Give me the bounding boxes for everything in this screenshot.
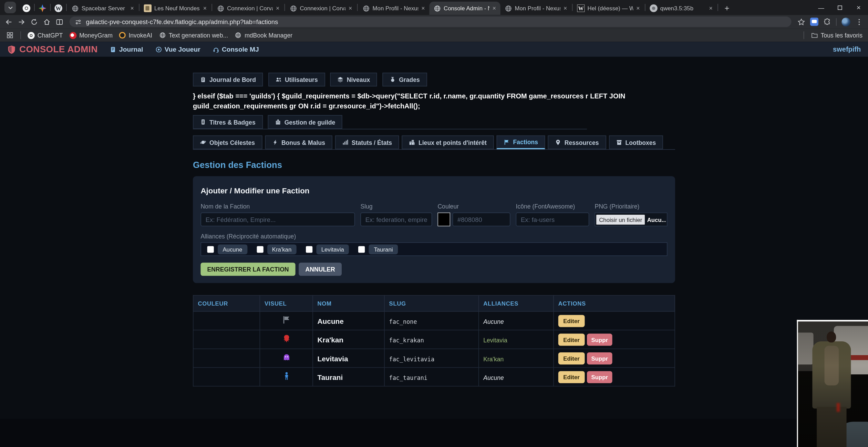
tab-separator bbox=[572, 4, 573, 11]
tab-utilisateurs[interactable]: Utilisateurs bbox=[268, 73, 325, 86]
tab-statuts-etats[interactable]: Statuts / États bbox=[335, 136, 399, 149]
tab-ressources[interactable]: Ressources bbox=[548, 136, 606, 149]
username: swefpifh bbox=[833, 45, 861, 53]
all-favorites-label: Tous les favoris bbox=[821, 32, 862, 39]
bookmark-item[interactable]: ChatGPT bbox=[28, 32, 63, 39]
tab-close-icon[interactable]: × bbox=[348, 5, 353, 11]
new-tab-button[interactable]: + bbox=[721, 2, 733, 14]
tab-close-icon[interactable]: × bbox=[275, 5, 280, 11]
close-button[interactable]: × bbox=[849, 0, 868, 15]
browser-tab[interactable]: Mon Profil - Nexus × bbox=[358, 2, 429, 15]
file-input[interactable]: Choisir un fichier Aucu...hoisi bbox=[595, 213, 667, 226]
field-couleur: Couleur bbox=[437, 203, 510, 226]
alliance-pill: Kra'kan bbox=[267, 244, 296, 254]
bookmark-item[interactable]: Text generation web... bbox=[159, 32, 228, 39]
browser-tab[interactable]: W Hel (déesse) — Wikipédia × bbox=[573, 2, 644, 15]
faction-name-input[interactable] bbox=[200, 213, 355, 226]
kraken-icon bbox=[282, 335, 291, 344]
save-faction-button[interactable]: ENREGISTRER LA FACTION bbox=[200, 263, 295, 276]
alliance-pill: Aucune bbox=[218, 244, 247, 254]
edit-button[interactable]: Editer bbox=[558, 371, 585, 383]
tab-close-icon[interactable]: × bbox=[421, 5, 426, 11]
tab-close-icon[interactable]: × bbox=[709, 5, 713, 11]
tab-close-icon[interactable]: × bbox=[130, 5, 135, 11]
bookmark-star-button[interactable] bbox=[797, 18, 805, 25]
profile-avatar[interactable] bbox=[841, 17, 850, 26]
slug-input[interactable] bbox=[360, 213, 432, 226]
tab-grades[interactable]: Grades bbox=[382, 73, 427, 86]
checkbox-aucune[interactable] bbox=[207, 246, 214, 253]
tab-close-icon[interactable]: × bbox=[203, 5, 207, 11]
split-screen-button[interactable] bbox=[56, 18, 63, 25]
delete-button[interactable]: Suppr bbox=[587, 371, 612, 383]
nav-link-journal[interactable]: Journal bbox=[110, 45, 143, 53]
pip-art bbox=[798, 321, 868, 447]
cancel-button[interactable]: ANNULER bbox=[299, 263, 341, 276]
edit-button[interactable]: Editer bbox=[558, 315, 585, 327]
hex-color-input[interactable] bbox=[453, 213, 510, 226]
home-button[interactable] bbox=[43, 18, 51, 25]
address-bar[interactable]: galactic-pve-conquest-c7fe.dev.flatlogic… bbox=[70, 17, 792, 27]
wikipedia-favicon: W bbox=[577, 4, 585, 12]
alliances-box: Aucune Kra'kan Levitavia Taurani bbox=[200, 242, 667, 256]
delete-button[interactable]: Suppr bbox=[587, 352, 612, 364]
all-favorites-button[interactable]: Tous les favoris bbox=[811, 32, 862, 39]
tab-objets-celestes[interactable]: Objets Célestes bbox=[193, 136, 262, 149]
pip-video[interactable] bbox=[797, 320, 868, 447]
field-icone: Icône (FontAwesome) bbox=[516, 203, 589, 226]
browser-tab[interactable]: Les Neuf Mondes de la Mythol... × bbox=[140, 2, 211, 15]
bookmark-item[interactable]: InvokeAI bbox=[119, 32, 152, 39]
tab-bonus-malus[interactable]: Bonus & Malus bbox=[265, 136, 332, 149]
nav-link-console-mj[interactable]: Console MJ bbox=[213, 45, 259, 53]
choose-file-button[interactable]: Choisir un fichier bbox=[596, 215, 645, 225]
fontawesome-icon-input[interactable] bbox=[516, 213, 589, 226]
browser-tab[interactable]: Connexion | Corvara × bbox=[286, 2, 356, 15]
headset-icon bbox=[213, 46, 219, 53]
delete-button[interactable]: Suppr bbox=[587, 333, 612, 345]
browser-tab[interactable]: Connexion | Corvara × bbox=[213, 2, 284, 15]
browser-tab[interactable]: qwen3.5:35b × bbox=[646, 2, 717, 15]
maximize-button[interactable] bbox=[830, 0, 849, 15]
browser-tab[interactable]: Mon Profil - Nexus × bbox=[500, 2, 571, 15]
globe-favicon bbox=[217, 4, 224, 12]
site-info-icon[interactable] bbox=[75, 19, 82, 25]
checkbox-krakan[interactable] bbox=[257, 246, 263, 253]
forward-button[interactable] bbox=[18, 18, 25, 25]
column-header: ACTIONS bbox=[554, 296, 675, 311]
back-button[interactable] bbox=[5, 18, 12, 25]
tab-factions-active[interactable]: Factions bbox=[497, 136, 545, 149]
refresh-button[interactable] bbox=[30, 18, 38, 25]
tab-close-icon[interactable]: × bbox=[492, 5, 497, 11]
checkbox-taurani[interactable] bbox=[359, 246, 365, 253]
tab-gestion-de-guilde[interactable]: Gestion de guilde bbox=[268, 115, 342, 129]
browser-tab[interactable]: Spacebar Server × bbox=[67, 2, 138, 15]
tab-close-icon[interactable]: × bbox=[563, 5, 568, 11]
field-png: PNG (Prioritaire) Choisir un fichier Auc… bbox=[595, 203, 667, 226]
nav-link-vue-joueur[interactable]: Vue Joueur bbox=[155, 45, 200, 53]
browser-tab-active[interactable]: Console Admin - Nexus × bbox=[429, 2, 500, 15]
bookmark-item[interactable]: MoneyGram bbox=[69, 32, 113, 39]
tab-niveaux[interactable]: Niveaux bbox=[330, 73, 377, 86]
tab-search-button[interactable] bbox=[4, 2, 16, 13]
edit-button[interactable]: Editer bbox=[558, 352, 585, 364]
php-code-snippet: } elseif ($tab === 'guilds') { $guild_re… bbox=[193, 92, 675, 111]
extension-button[interactable] bbox=[810, 18, 818, 26]
pinned-tab-wordpress[interactable]: W bbox=[51, 2, 66, 15]
tab-lootboxes[interactable]: Lootboxes bbox=[609, 136, 663, 149]
tab-titres-badges[interactable]: Titres & Badges bbox=[193, 115, 263, 129]
pinned-tab-chatgpt[interactable] bbox=[19, 2, 34, 15]
pinned-tab-gemini[interactable] bbox=[35, 2, 50, 15]
bookmark-item[interactable]: mdBook Manager bbox=[235, 32, 292, 39]
edit-button[interactable]: Editer bbox=[558, 333, 585, 345]
color-swatch[interactable] bbox=[437, 213, 450, 226]
tab-lieux-points-interet[interactable]: Lieux et points d'intérêt bbox=[402, 136, 494, 149]
apps-grid-button[interactable] bbox=[6, 31, 14, 39]
extensions-puzzle-button[interactable] bbox=[823, 18, 831, 25]
menu-button[interactable] bbox=[855, 18, 863, 25]
tab-close-icon[interactable]: × bbox=[636, 5, 641, 11]
minimize-button[interactable]: — bbox=[812, 0, 830, 15]
checkbox-levitavia[interactable] bbox=[306, 246, 312, 253]
tab-label: Niveaux bbox=[347, 76, 370, 83]
brand-title: CONSOLE ADMIN bbox=[19, 44, 98, 54]
tab-journal-de-bord[interactable]: Journal de Bord bbox=[193, 73, 263, 86]
